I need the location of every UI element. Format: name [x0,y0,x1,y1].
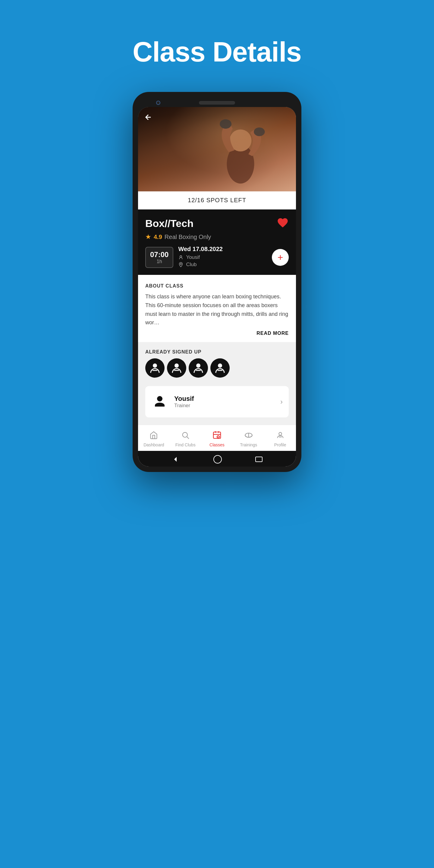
nav-item-profile[interactable]: Profile [267,430,294,447]
phone-screen: 12/16 SPOTS LEFT Box//Tech ★ 4.9 Real Bo… [138,107,296,467]
hero-image [138,107,296,191]
page-title: Class Details [133,36,301,68]
schedule-details: Wed 17.08.2022 Yousif [178,246,267,269]
svg-point-4 [180,255,182,257]
about-section: ABOUT CLASS This class is where anyone c… [138,275,296,342]
class-info-card: Box//Tech ★ 4.9 Real Boxing Only 07:00 [138,210,296,275]
svg-point-3 [254,127,265,136]
about-text: This class is where anyone can learn box… [145,292,289,327]
svg-point-14 [157,396,162,401]
time-box: 07:00 1h [145,247,173,268]
favorite-button[interactable] [277,217,289,230]
nav-label-dashboard: Dashboard [144,442,164,447]
phone-shell: 12/16 SPOTS LEFT Box//Tech ★ 4.9 Real Bo… [133,92,301,472]
trainer-row: Yousif [178,254,267,260]
about-label: ABOUT CLASS [145,283,289,289]
class-date: Wed 17.08.2022 [178,246,267,253]
nav-item-dashboard[interactable]: Dashboard [140,430,167,447]
svg-point-16 [183,433,187,437]
read-more-button[interactable]: READ MORE [145,331,289,337]
svg-line-17 [187,437,189,438]
home-system-button[interactable] [213,455,222,464]
nav-label-classes: Classes [210,442,224,447]
class-time: 07:00 [150,250,168,259]
boxer-silhouette [201,113,280,191]
profile-icon [275,430,286,441]
avatar-1 [145,358,164,378]
phone-speaker [199,101,235,104]
trainer-chevron-right: › [280,398,283,406]
nav-item-classes[interactable]: Classes [204,430,230,447]
trainer-name: Yousif [186,254,200,260]
phone-system-nav [138,451,296,467]
home-icon [148,430,159,441]
location-name: Club [186,261,196,268]
search-clubs-icon [180,430,191,441]
svg-point-5 [181,264,182,265]
spots-text: 12/16 SPOTS LEFT [188,197,246,204]
phone-top-bar [138,97,296,107]
avatar-3 [189,358,208,378]
back-button[interactable] [144,113,153,124]
avatar-2 [167,358,186,378]
nav-label-profile: Profile [274,442,286,447]
phone-camera [156,101,160,105]
avatar-4 [210,358,230,378]
signed-up-section: ALREADY SIGNED UP [138,342,296,386]
recents-system-button[interactable] [255,457,262,462]
add-to-class-button[interactable]: + [272,249,289,266]
svg-point-27 [279,433,281,435]
trainer-card[interactable]: Yousif Trainer › [145,386,289,417]
trainer-card-name: Yousif [174,395,274,403]
location-row: Club [178,261,267,268]
spots-bar: 12/16 SPOTS LEFT [138,191,296,210]
bottom-nav: Dashboard Find Clubs [138,425,296,451]
page-background: Class Details [0,0,434,868]
signed-up-label: ALREADY SIGNED UP [145,349,289,355]
svg-point-2 [220,119,231,129]
back-system-button[interactable] [172,455,180,464]
trainer-info: Yousif Trainer [174,395,274,409]
classes-icon [212,430,222,441]
svg-point-6 [153,364,157,368]
avatars-row [145,358,289,378]
star-icon: ★ [145,233,151,241]
trainer-avatar-icon [151,393,168,410]
nav-label-find-clubs: Find Clubs [176,442,195,447]
trainings-icon [243,430,254,441]
rating-number: 4.9 [154,234,162,241]
class-title: Box//Tech [145,218,193,229]
class-duration: 1h [150,259,168,264]
nav-item-trainings[interactable]: Trainings [235,430,262,447]
svg-point-12 [218,364,222,368]
svg-point-8 [175,364,179,368]
nav-label-trainings: Trainings [240,442,257,447]
svg-marker-29 [174,457,177,462]
trainer-card-role: Trainer [174,403,274,409]
add-icon: + [278,253,283,262]
club-name: Real Boxing Only [164,234,211,241]
svg-point-10 [196,364,200,368]
nav-item-find-clubs[interactable]: Find Clubs [172,430,199,447]
